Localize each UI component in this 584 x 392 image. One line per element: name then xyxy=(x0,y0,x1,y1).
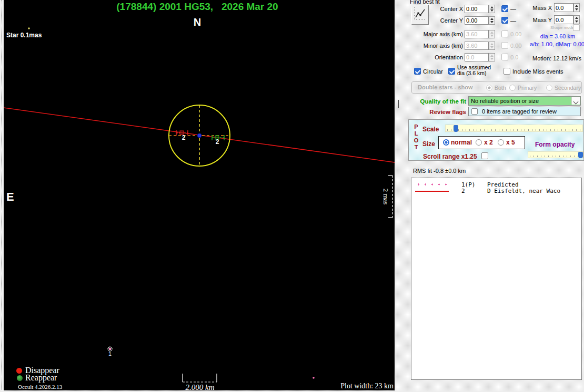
major-axis-input[interactable] xyxy=(465,30,489,38)
scroll-range-checkbox[interactable] xyxy=(481,152,488,159)
left-window-edge[interactable] xyxy=(0,0,4,392)
observed-line-swatch xyxy=(415,191,449,192)
control-panel: Find best fit Center X — Center Y — Majo… xyxy=(395,0,584,392)
major-axis-suffix: 0.00 xyxy=(510,31,521,37)
plot-title: (178844) 2001 HG53, 2026 Mar 20 xyxy=(0,1,395,13)
predicted-path-dot xyxy=(313,377,315,379)
observation-id: 2 xyxy=(461,188,465,194)
reappear-legend-label: Reappear xyxy=(25,373,57,383)
review-flags-checkbox[interactable] xyxy=(471,108,478,115)
double-stars-secondary-label: Secondary xyxy=(555,85,581,91)
ab-dmag-info-text: a/b: 1.00, dMag: 0.00 xyxy=(530,41,584,47)
shape-model-checkbox[interactable] xyxy=(573,24,580,31)
size-x5-label: x 5 xyxy=(506,139,515,146)
double-stars-group: Double stars - show Both Primary Seconda… xyxy=(411,81,582,94)
form-opacity-label: Form opacity xyxy=(535,141,575,148)
minor-axis-suffix: 0.00 xyxy=(510,43,521,49)
review-flags-value: 0 items are tagged for review xyxy=(482,108,557,115)
observation-name: D Eisfeldt, near Waco xyxy=(487,188,560,194)
review-flags-label: Review flags xyxy=(414,109,466,115)
quality-fit-value: No reliable position or size xyxy=(471,98,539,104)
mass-y-input[interactable] xyxy=(554,15,573,24)
scale-slider[interactable] xyxy=(445,125,583,132)
orientation-spinner[interactable] xyxy=(489,53,495,61)
form-opacity-slider[interactable] xyxy=(528,151,583,158)
orientation-label: Orientation xyxy=(410,54,463,60)
include-miss-events-checkbox[interactable] xyxy=(504,68,510,75)
predicted-station-label: 1 xyxy=(108,350,112,357)
center-y-input[interactable] xyxy=(465,16,489,25)
size-normal-radio[interactable] xyxy=(443,139,449,146)
minor-axis-checkbox[interactable] xyxy=(501,42,508,49)
double-stars-primary-radio[interactable] xyxy=(509,85,516,91)
mass-y-spinner[interactable] xyxy=(573,15,580,24)
mas-scale-label: 2 mas xyxy=(382,186,390,207)
minor-axis-label: Minor axis (km) xyxy=(410,43,463,49)
diameter-info-text: dia = 3.60 km xyxy=(531,33,584,39)
star-diameter-label: Star 0.1mas xyxy=(6,32,42,39)
rms-fit-text: RMS fit -0.8 ±0.0 km xyxy=(413,168,466,174)
scroll-range-label: Scroll range x1.25 xyxy=(423,153,477,160)
center-x-label: Center X xyxy=(410,6,463,12)
orientation-checkbox[interactable] xyxy=(501,54,508,60)
circular-checkbox[interactable] xyxy=(414,68,421,75)
compass-east-label: E xyxy=(6,190,14,204)
plot-canvas xyxy=(4,0,395,390)
reappear-legend-dot xyxy=(17,375,23,381)
size-x2-label: x 2 xyxy=(484,139,493,146)
center-x-input[interactable] xyxy=(465,5,489,13)
predicted-line-swatch xyxy=(415,183,449,185)
center-y-label: Center Y xyxy=(410,17,463,24)
size-x2-radio[interactable] xyxy=(476,139,482,146)
circular-label: Circular xyxy=(423,68,443,75)
plot-vertical-letter-t: T xyxy=(413,144,419,151)
scale-label: Scale xyxy=(422,126,439,133)
find-best-fit-group-label: Find best fit xyxy=(410,0,440,5)
quality-fit-label: Quality of the fit xyxy=(403,98,466,105)
scale-slider-thumb[interactable] xyxy=(454,125,458,132)
mass-x-spinner[interactable] xyxy=(573,3,580,12)
center-dot xyxy=(197,133,202,138)
occultation-plot-area: (178844) 2001 HG53, 2026 Mar 20 N Star 0… xyxy=(0,0,395,392)
form-opacity-slider-thumb[interactable] xyxy=(578,152,583,158)
disappear-legend-dot xyxy=(16,368,22,374)
orientation-input[interactable] xyxy=(465,53,489,61)
splitter-grip[interactable] xyxy=(398,100,399,108)
orientation-suffix: 0.0 xyxy=(510,54,518,60)
minor-axis-spinner[interactable] xyxy=(489,42,495,50)
double-stars-secondary-radio[interactable] xyxy=(546,85,552,91)
plot-vertical-letter-p: P xyxy=(413,123,419,130)
observations-listbox[interactable]: 1(P) Predicted 2 D Eisfeldt, near Waco xyxy=(411,178,582,380)
double-stars-primary-label: Primary xyxy=(518,85,537,91)
plot-controls-panel: P L O T Scale Size normal x 2 x 5 Form o… xyxy=(408,119,584,161)
plot-width-label: Plot width: 23 km xyxy=(315,382,394,390)
double-stars-both-radio[interactable] xyxy=(486,85,492,91)
observation-row-eisfeldt[interactable]: 2 D Eisfeldt, near Waco xyxy=(411,188,581,194)
size-label: Size xyxy=(422,140,435,148)
app-version-label: Occult 4.2026.2.13 xyxy=(18,384,62,390)
include-miss-events-label: Include Miss events xyxy=(512,68,563,75)
size-x5-radio[interactable] xyxy=(498,139,504,146)
disappear-marker-label: 2 xyxy=(180,134,187,141)
center-x-checkbox[interactable] xyxy=(501,5,508,12)
chevron-down-icon[interactable] xyxy=(571,97,580,105)
mass-x-input[interactable] xyxy=(554,3,573,12)
quality-fit-dropdown[interactable]: No reliable position or size xyxy=(468,96,581,106)
motion-info-text: Motion: 12.12 km/s xyxy=(532,55,581,61)
major-axis-spinner[interactable] xyxy=(489,30,495,38)
minor-axis-input[interactable] xyxy=(465,42,489,50)
use-assumed-dia-checkbox[interactable] xyxy=(448,68,455,75)
size-radio-group: normal x 2 x 5 xyxy=(438,136,525,149)
plot-vertical-letter-l: L xyxy=(413,130,419,137)
major-axis-checkbox[interactable] xyxy=(501,30,508,37)
double-stars-both-label: Both xyxy=(495,85,506,91)
major-axis-label: Major axis (km) xyxy=(410,31,463,37)
center-x-suffix: — xyxy=(510,6,516,12)
center-x-spinner[interactable] xyxy=(489,5,495,13)
size-normal-label: normal xyxy=(451,139,472,146)
shape-model-label: Shape model xyxy=(550,25,575,30)
review-flags-field: 0 items are tagged for review xyxy=(468,107,581,116)
center-y-spinner[interactable] xyxy=(489,16,495,25)
center-y-checkbox[interactable] xyxy=(501,17,508,24)
occult-window: (178844) 2001 HG53, 2026 Mar 20 N Star 0… xyxy=(0,0,584,392)
